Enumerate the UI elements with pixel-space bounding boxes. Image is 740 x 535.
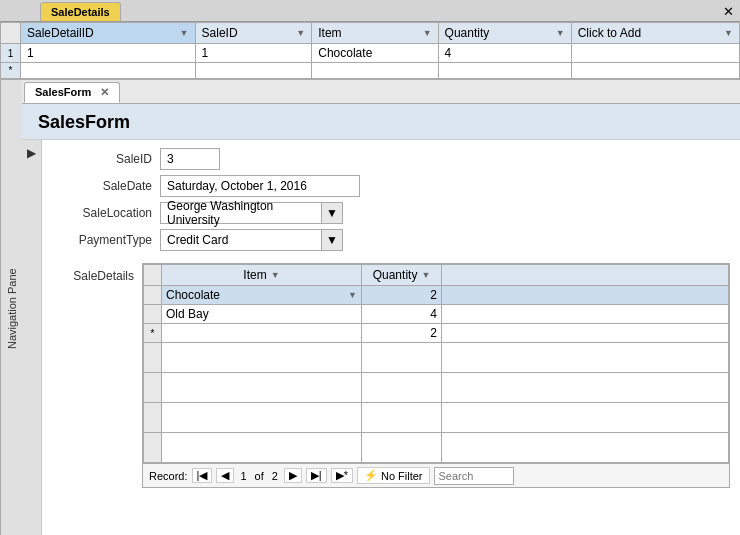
subform-selector-header [144, 265, 162, 286]
payment-type-select[interactable]: Credit Card ▼ [160, 229, 343, 251]
sale-location-value: George Washington University [161, 197, 321, 229]
subform-row-1: Chocolate ▼ 2 [144, 286, 729, 305]
sale-id-input[interactable] [160, 148, 220, 170]
subform-new-extra [442, 324, 729, 343]
sales-form-tab[interactable]: SalesForm ✕ [24, 82, 120, 103]
sale-date-input[interactable] [160, 175, 360, 197]
subform-row1-quantity[interactable]: 2 [362, 286, 442, 305]
cell-saleid[interactable]: 1 [195, 44, 312, 63]
subform-nav-last[interactable]: ▶| [306, 468, 327, 483]
col-header-saledetailid[interactable]: SaleDetailID ▼ [21, 23, 196, 44]
subform-row2-selector [144, 305, 162, 324]
subform-no-filter-btn[interactable]: ⚡ No Filter [357, 467, 430, 484]
cell-quantity[interactable]: 4 [438, 44, 571, 63]
sale-details-table: SaleDetailID ▼ SaleID ▼ Item ▼ [0, 22, 740, 79]
subform-nav-prev[interactable]: ◀ [216, 468, 234, 483]
subform-col-item[interactable]: Item ▼ [162, 265, 362, 286]
subform-empty-row [144, 403, 729, 433]
top-tab-row: SaleDetails ✕ [0, 0, 740, 22]
sort-icon-saledetailid: ▼ [180, 28, 189, 38]
subform-search-input[interactable] [434, 467, 514, 485]
cell-new-empty [571, 63, 739, 79]
payment-type-row: PaymentType Credit Card ▼ [52, 229, 730, 251]
cell-item[interactable]: Chocolate [312, 44, 438, 63]
subform-empty-row [144, 373, 729, 403]
subform-sort-item: ▼ [271, 270, 280, 280]
subform-extra-col [442, 265, 729, 286]
subform-sort-quantity: ▼ [421, 270, 430, 280]
subform-empty-row [144, 343, 729, 373]
filter-icon: ⚡ [364, 469, 378, 482]
col-header-clicktoadd[interactable]: Click to Add ▼ [571, 23, 739, 44]
form-tab-bar: SalesForm ✕ [22, 80, 740, 104]
subform-new-item[interactable] [162, 324, 362, 343]
record-pointer-icon: ▶ [27, 146, 36, 160]
form-tab-close[interactable]: ✕ [100, 86, 109, 98]
sale-location-row: SaleLocation George Washington Universit… [52, 202, 730, 224]
subform-item-dropdown-btn[interactable]: ▼ [348, 290, 357, 300]
cell-new-item[interactable] [312, 63, 438, 79]
form-body: ▶ SaleID SaleDate [22, 140, 740, 535]
subform-row1-extra [442, 286, 729, 305]
payment-type-value: Credit Card [161, 231, 321, 249]
payment-type-dropdown-btn[interactable]: ▼ [321, 230, 342, 250]
sale-location-select[interactable]: George Washington University ▼ [160, 202, 343, 224]
subform-new-quantity[interactable]: 2 [362, 324, 442, 343]
subform-col-quantity[interactable]: Quantity ▼ [362, 265, 442, 286]
cell-new-saledetailid[interactable] [21, 63, 196, 79]
sale-location-dropdown-btn[interactable]: ▼ [321, 203, 342, 223]
sort-icon-item: ▼ [423, 28, 432, 38]
subform-new-row: * 2 [144, 324, 729, 343]
subform-nav-current: 1 [240, 470, 246, 482]
subform-row2-quantity[interactable]: 4 [362, 305, 442, 324]
subform-row1-item[interactable]: Chocolate ▼ [162, 286, 362, 305]
col-header-quantity[interactable]: Quantity ▼ [438, 23, 571, 44]
form-title: SalesForm [22, 104, 740, 140]
cell-new-saleid[interactable] [195, 63, 312, 79]
sale-date-row: SaleDate [52, 175, 730, 197]
cell-empty [571, 44, 739, 63]
sale-id-label: SaleID [52, 152, 152, 166]
sort-icon-saleid: ▼ [296, 28, 305, 38]
top-close-button[interactable]: ✕ [723, 4, 734, 19]
subform-empty-row [144, 433, 729, 463]
col-header-saleid[interactable]: SaleID ▼ [195, 23, 312, 44]
form-fields: SaleID SaleDate SaleLocation Geor [42, 140, 740, 535]
navigation-pane[interactable]: Navigation Pane [0, 80, 22, 535]
subform-container: Item ▼ Quantity ▼ [142, 263, 730, 488]
cell-saledetailid[interactable]: 1 [21, 44, 196, 63]
main-panel: Navigation Pane SalesForm ✕ SalesForm ▶ [0, 80, 740, 535]
sale-id-row: SaleID [52, 148, 730, 170]
sale-location-label: SaleLocation [52, 206, 152, 220]
subform-row2-extra [442, 305, 729, 324]
subform-nav-label: Record: [149, 470, 188, 482]
col-header-item[interactable]: Item ▼ [312, 23, 438, 44]
sort-icon-quantity: ▼ [556, 28, 565, 38]
top-section: SaleDetails ✕ SaleDetailID ▼ SaleID [0, 0, 740, 80]
subform-nav-first[interactable]: |◀ [192, 468, 213, 483]
subform-row1-selector [144, 286, 162, 305]
payment-type-label: PaymentType [52, 233, 152, 247]
new-row: * [1, 63, 740, 79]
row-selector[interactable]: 1 [1, 44, 21, 63]
subform-nav-of: of [255, 470, 264, 482]
subform-new-selector: * [144, 324, 162, 343]
subform-table: Item ▼ Quantity ▼ [143, 264, 729, 463]
subform-nav-new[interactable]: ▶* [331, 468, 353, 483]
cell-new-quantity[interactable] [438, 63, 571, 79]
sale-date-label: SaleDate [52, 179, 152, 193]
subform-row-2: Old Bay 4 [144, 305, 729, 324]
sale-details-label: SaleDetails [42, 263, 142, 283]
new-row-selector: * [1, 63, 21, 79]
subform-nav-total: 2 [272, 470, 278, 482]
subform-nav-next[interactable]: ▶ [284, 468, 302, 483]
table-row: 1 1 1 Chocolate 4 [1, 44, 740, 63]
subform-nav-bar: Record: |◀ ◀ 1 of 2 ▶ ▶| ▶* ⚡ [143, 463, 729, 487]
record-selector-strip: ▶ [22, 140, 42, 535]
subform-wrapper: SaleDetails Item [42, 259, 740, 492]
new-row-star-icon: * [150, 327, 154, 339]
sort-icon-clicktoadd: ▼ [724, 28, 733, 38]
subform-row2-item[interactable]: Old Bay [162, 305, 362, 324]
sale-details-tab[interactable]: SaleDetails [40, 2, 121, 21]
